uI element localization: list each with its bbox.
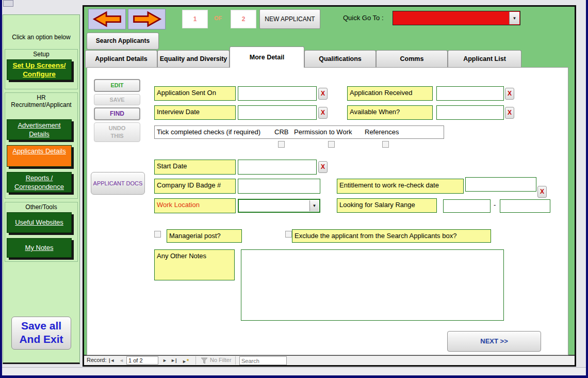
- edit-button[interactable]: EDIT: [94, 79, 140, 92]
- application-received-label: Application Received: [347, 86, 433, 101]
- crb-label: CRB: [274, 128, 288, 136]
- sidebar-instruction: Click an option below: [3, 34, 79, 41]
- new-record-star-icon: *: [187, 358, 189, 364]
- interview-date-input[interactable]: [238, 105, 317, 120]
- record-current-box: 1: [182, 10, 208, 28]
- entitlement-recheck-clear-button[interactable]: X: [537, 186, 547, 198]
- first-record-icon[interactable]: |◄: [109, 358, 115, 363]
- entitlement-recheck-label: Entitlement to work re-check date: [337, 179, 464, 194]
- salary-min-input[interactable]: [443, 199, 491, 213]
- new-applicant-button[interactable]: NEW APPLICANT: [259, 9, 320, 29]
- salary-separator: -: [494, 201, 496, 209]
- save-button[interactable]: SAVE: [94, 94, 140, 105]
- save-all-exit-button[interactable]: Save all And Exit: [11, 317, 71, 350]
- new-record-icon[interactable]: ►*: [182, 358, 189, 364]
- company-id-badge-input[interactable]: [238, 179, 320, 194]
- record-search-input[interactable]: [239, 356, 287, 365]
- managerial-post-label: Managerial post?: [167, 229, 242, 243]
- exclude-applicant-label: Exclude the applicant from the Search Ap…: [292, 229, 491, 243]
- setup-group-title: Setup: [5, 50, 77, 58]
- salary-range-label: Looking for Salary Range: [337, 198, 437, 213]
- application-sent-on-label: Application Sent On: [154, 86, 236, 101]
- tab-comms[interactable]: Comms: [376, 50, 448, 68]
- chevron-down-icon: ▼: [313, 203, 317, 208]
- start-date-clear-button[interactable]: X: [318, 161, 328, 173]
- sidebar-item-advertisement-details[interactable]: Advertisement Details: [7, 119, 72, 140]
- more-detail-page: EDIT SAVE FIND UNDO THIS APPLICANT DOCS …: [87, 67, 568, 355]
- references-checkbox[interactable]: [382, 141, 389, 148]
- previous-record-icon[interactable]: ◄: [119, 358, 124, 363]
- last-record-icon[interactable]: ►|: [171, 358, 176, 363]
- next-record-button[interactable]: [128, 9, 166, 29]
- search-applicants-button[interactable]: Search Applicants: [87, 33, 159, 50]
- right-arrow-icon: [131, 11, 163, 27]
- interview-date-label: Interview Date: [154, 105, 236, 120]
- tools-group-title: Other/Tools: [5, 202, 77, 211]
- application-received-input[interactable]: [436, 86, 504, 101]
- crb-checkbox[interactable]: [278, 141, 285, 148]
- quick-go-to-combobox[interactable]: ▼: [393, 11, 520, 25]
- salary-max-input[interactable]: [500, 199, 550, 213]
- tab-qualifications[interactable]: Qualifications: [304, 50, 376, 68]
- work-location-label: Work Location: [154, 198, 236, 213]
- window-border-right: [586, 0, 588, 378]
- start-date-label: Start Date: [154, 160, 236, 175]
- permission-to-work-checkbox[interactable]: [328, 141, 335, 148]
- no-filter-label: No Filter: [210, 357, 232, 363]
- available-when-input[interactable]: [436, 105, 504, 120]
- left-arrow-icon: [91, 11, 123, 27]
- window-icon[interactable]: [3, 0, 13, 7]
- record-bar-separator: [195, 356, 196, 365]
- tab-equality-and-diversity[interactable]: Equality and Diversity: [157, 50, 230, 68]
- interview-date-clear-button[interactable]: X: [318, 107, 328, 119]
- applicant-docs-button[interactable]: APPLICANT DOCS: [91, 172, 145, 195]
- sidebar: Click an option below Setup Set Up Scree…: [3, 14, 80, 364]
- sidebar-item-my-notes[interactable]: My Notes: [7, 238, 72, 258]
- undo-button[interactable]: UNDO THIS: [94, 122, 140, 142]
- quick-go-to-dropdown-button[interactable]: ▼: [509, 12, 519, 24]
- managerial-post-checkbox[interactable]: [154, 231, 161, 238]
- application-sent-on-clear-button[interactable]: X: [318, 88, 328, 100]
- status-bar: [2, 367, 586, 375]
- any-other-notes-textarea[interactable]: [241, 249, 504, 321]
- quick-go-to-label: Quick Go To :: [343, 14, 384, 22]
- next-record-icon[interactable]: ►: [162, 358, 167, 363]
- next-button[interactable]: NEXT >>: [447, 331, 541, 352]
- work-location-combobox[interactable]: ▼: [238, 199, 320, 213]
- main-panel: 1 OF 2 NEW APPLICANT Quick Go To : ▼ Sea…: [83, 5, 576, 367]
- sidebar-item-useful-websites[interactable]: Useful Websites: [7, 212, 72, 233]
- exclude-applicant-checkbox[interactable]: [285, 231, 292, 238]
- chevron-down-icon: ▼: [513, 16, 517, 21]
- available-when-clear-button[interactable]: X: [505, 107, 514, 119]
- tab-applicant-details[interactable]: Applicant Details: [85, 50, 157, 68]
- no-filter-icon: [201, 357, 208, 364]
- record-total-box: 2: [231, 10, 256, 28]
- company-id-badge-label: Company ID Badge #: [154, 179, 236, 194]
- application-received-clear-button[interactable]: X: [505, 88, 514, 100]
- record-bar-separator: [235, 356, 236, 365]
- record-position-box[interactable]: 1 of 2: [126, 356, 158, 365]
- entitlement-recheck-input[interactable]: [465, 177, 536, 192]
- find-button[interactable]: FIND: [94, 107, 140, 120]
- window-border-left: [0, 0, 2, 378]
- checks-title: Tick completed checks (if required): [157, 128, 260, 136]
- work-location-dropdown-button[interactable]: ▼: [309, 200, 319, 211]
- sidebar-item-applicants-details[interactable]: Applicants Details: [7, 145, 72, 167]
- previous-record-button[interactable]: [88, 9, 126, 29]
- hr-group-title-line1: HR: [5, 93, 77, 101]
- record-label: Record:: [87, 357, 107, 363]
- sidebar-item-setup-screens[interactable]: Set Up Screens/ Configure: [7, 59, 72, 80]
- any-other-notes-label: Any Other Notes: [154, 249, 235, 280]
- record-navigation-bar: Record: |◄ ◄ 1 of 2 ► ►| ►* No Filter: [84, 355, 575, 365]
- start-date-input[interactable]: [238, 160, 317, 175]
- hr-group-title-line2: Recruitment/Applicant: [5, 101, 77, 108]
- tab-more-detail[interactable]: More Detail: [230, 46, 304, 68]
- tab-applicant-list[interactable]: Applicant List: [448, 50, 521, 68]
- sidebar-item-reports-correspondence[interactable]: Reports / Correspondence: [7, 172, 72, 193]
- references-label: References: [365, 128, 399, 136]
- available-when-label: Available When?: [347, 105, 433, 120]
- checks-header-strip: Tick completed checks (if required) CRB …: [154, 125, 444, 139]
- record-of-label: OF: [214, 15, 222, 21]
- application-sent-on-input[interactable]: [238, 86, 317, 101]
- permission-to-work-label: Permission to Work: [294, 128, 352, 136]
